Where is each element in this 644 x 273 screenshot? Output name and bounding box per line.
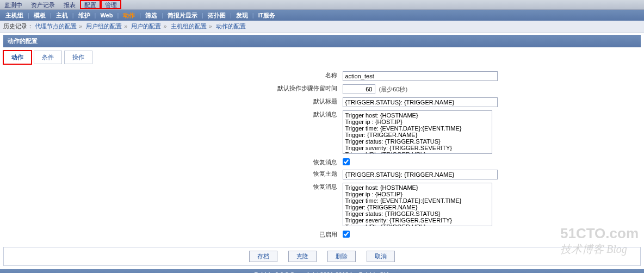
topnav-admin[interactable]: 管理 (101, 0, 121, 9)
step-note: (最少60秒) (379, 86, 408, 92)
delete-button[interactable]: 删除 (327, 251, 356, 262)
message-label: 默认消息 (147, 109, 343, 157)
tab-conditions[interactable]: 条件 (34, 51, 62, 64)
recovery-subject-input[interactable] (343, 170, 498, 179)
subnav-screens[interactable]: 筛选 (141, 10, 162, 21)
subnav-web[interactable]: Web (96, 11, 117, 20)
topnav-config[interactable]: 配置 (80, 0, 101, 9)
subject-label: 默认标题 (147, 96, 343, 109)
recovery-label: 恢复消息 (147, 157, 343, 168)
bc-action[interactable]: 动作的配置 (216, 23, 246, 29)
default-subject-input[interactable] (343, 97, 498, 107)
name-label: 名称 (147, 70, 343, 83)
save-button[interactable]: 存档 (249, 251, 277, 262)
cancel-button[interactable]: 取消 (367, 251, 395, 262)
footer: Zabbix 2.0.8 Copyright 2001-2013 by Zabb… (0, 269, 644, 273)
subnav-templates[interactable]: 模板 (29, 10, 50, 21)
name-input[interactable] (343, 71, 498, 81)
subnav-maps[interactable]: 拓扑图 (203, 10, 230, 21)
recovery-message-textarea[interactable] (343, 183, 492, 226)
sub-nav: 主机组| 模板| 主机| 维护| Web| 动作| 筛选| 简报片显示| 拓扑图… (0, 10, 644, 21)
bc-usergroup[interactable]: 用户组的配置 (86, 23, 122, 29)
topnav-reports[interactable]: 报表 (59, 0, 80, 9)
tab-operations[interactable]: 操作 (64, 51, 92, 64)
bc-proxy[interactable]: 代理节点的配置 (35, 23, 77, 29)
page-title: 动作的配置 (3, 35, 641, 47)
topnav-monitor[interactable]: 监测中 (0, 0, 27, 9)
r-subject-label: 恢复主题 (147, 168, 343, 181)
enabled-checkbox[interactable] (343, 231, 350, 238)
bc-user[interactable]: 用户的配置 (131, 23, 161, 29)
button-bar: 存档 克隆 删除 取消 (3, 247, 641, 266)
enabled-label: 已启用 (147, 229, 343, 240)
top-nav: 监测中 资产记录 报表 配置 管理 (0, 0, 644, 10)
subnav-maintenance[interactable]: 维护 (74, 10, 95, 21)
action-form: 名称 默认操作步骤停留时间 (最少60秒) 默认标题 默认消息 恢复消息 恢复主… (147, 70, 498, 240)
subnav-discovery[interactable]: 发现 (232, 10, 252, 21)
default-message-textarea[interactable] (343, 110, 492, 154)
recovery-checkbox[interactable] (343, 158, 350, 165)
breadcrumb-label: 历史记录： (3, 23, 33, 29)
topnav-inventory[interactable]: 资产记录 (27, 0, 59, 9)
clone-button[interactable]: 克隆 (288, 251, 317, 262)
step-duration-input[interactable] (343, 84, 375, 94)
subnav-hosts[interactable]: 主机 (52, 10, 72, 21)
subnav-hostgroups[interactable]: 主机组 (1, 10, 28, 21)
subnav-itservices[interactable]: IT服务 (254, 10, 280, 21)
tab-action[interactable]: 动作 (3, 51, 32, 64)
tabs: 动作 条件 操作 (3, 51, 644, 64)
breadcrumb: 历史记录： 代理节点的配置» 用户组的配置» 用户的配置» 主机组的配置» 动作… (0, 21, 644, 33)
subnav-slideshow[interactable]: 简报片显示 (163, 10, 202, 21)
step-label: 默认操作步骤停留时间 (147, 83, 343, 96)
r-message-label: 恢复消息 (147, 181, 343, 229)
subnav-actions[interactable]: 动作 (119, 10, 139, 21)
bc-hostgroup[interactable]: 主机组的配置 (171, 23, 207, 29)
